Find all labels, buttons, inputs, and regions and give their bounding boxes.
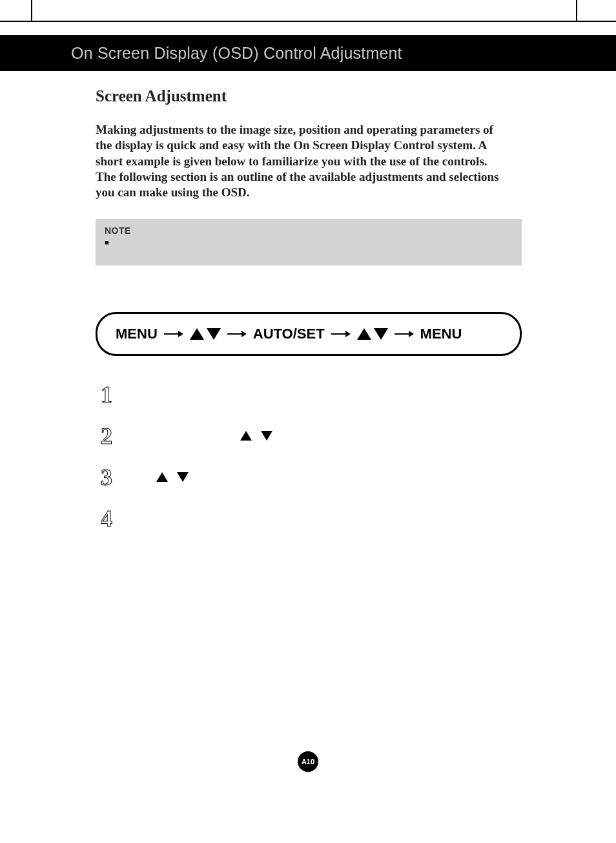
note-box: NOTE ■ — [96, 219, 522, 265]
triangle-down-icon — [374, 328, 388, 340]
step-row-2: 2 — [96, 415, 522, 457]
triangle-down-icon — [207, 328, 221, 340]
flow-menu-1: MENU — [116, 326, 158, 342]
step-number: 3 — [96, 464, 118, 491]
crop-mark-left — [31, 0, 32, 21]
header-band: On Screen Display (OSD) Control Adjustme… — [0, 35, 616, 71]
arrow-right-icon — [227, 326, 247, 342]
button-flow-box: MENU AUTO/SET MENU — [96, 312, 522, 356]
flow-menu-2: MENU — [420, 326, 462, 342]
note-label: NOTE — [105, 225, 513, 236]
page-number: A10 — [302, 758, 314, 765]
up-down-icon — [190, 328, 221, 340]
up-down-icon — [357, 328, 388, 340]
triangle-up-icon — [357, 328, 371, 340]
note-bullet-icon: ■ — [105, 238, 109, 246]
flow-autoset: AUTO/SET — [253, 326, 325, 342]
crop-mark-horizontal — [0, 21, 616, 22]
step-number: 4 — [96, 505, 118, 532]
crop-mark-right — [576, 0, 577, 21]
triangle-up-icon — [156, 472, 168, 482]
arrow-right-icon — [331, 326, 351, 342]
step-number: 2 — [96, 422, 118, 450]
content-area: Screen Adjustment Making adjustments to … — [96, 87, 522, 539]
section-intro-text: Making adjustments to the image size, po… — [96, 122, 509, 201]
triangle-up-icon — [190, 328, 204, 340]
step-number: 1 — [96, 381, 118, 408]
svg-marker-3 — [241, 331, 247, 337]
arrow-right-icon — [395, 326, 414, 342]
triangle-down-icon — [261, 431, 272, 441]
page-header-title: On Screen Display (OSD) Control Adjustme… — [71, 44, 402, 63]
page-number-badge: A10 — [298, 751, 318, 772]
steps-list: 1 2 3 4 — [96, 374, 522, 539]
step-row-3: 3 — [96, 457, 522, 498]
triangle-down-icon — [177, 472, 189, 482]
arrow-right-icon — [164, 326, 183, 342]
triangle-up-icon — [240, 431, 252, 441]
section-heading: Screen Adjustment — [96, 87, 522, 105]
step-row-4: 4 — [96, 498, 522, 539]
svg-marker-7 — [409, 331, 414, 337]
step-up-down-icon — [156, 472, 189, 482]
svg-marker-5 — [345, 331, 351, 337]
svg-marker-1 — [178, 331, 183, 337]
step-row-1: 1 — [96, 374, 522, 415]
step-up-down-icon — [240, 431, 272, 441]
